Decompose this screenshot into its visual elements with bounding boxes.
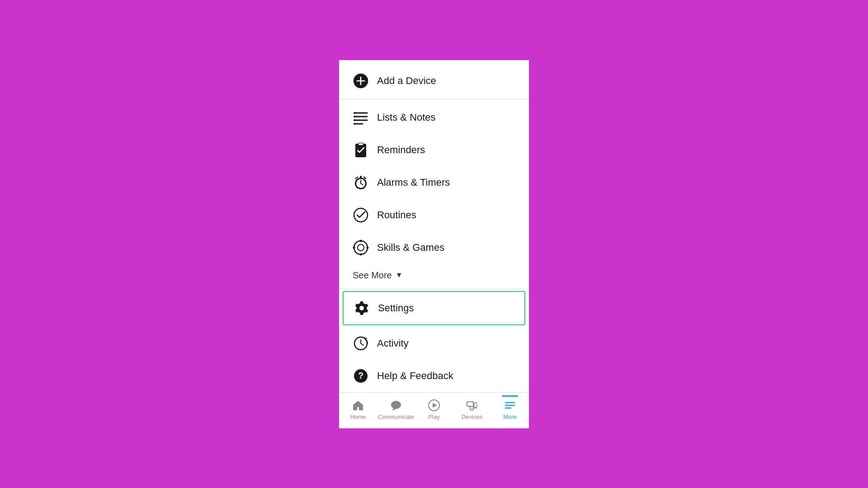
see-more-button[interactable]: See More ▼ xyxy=(339,264,529,287)
reminders-label: Reminders xyxy=(377,144,425,156)
svg-line-32 xyxy=(361,343,363,345)
nav-play-label: Play xyxy=(428,413,439,420)
svg-point-9 xyxy=(354,116,355,117)
svg-rect-14 xyxy=(359,143,363,145)
svg-point-23 xyxy=(354,241,368,254)
add-device-label: Add a Device xyxy=(377,75,436,87)
nav-communicate-label: Communicate xyxy=(378,413,414,420)
svg-point-10 xyxy=(354,119,355,121)
plus-circle-icon xyxy=(353,73,369,89)
nav-devices-label: Devices xyxy=(462,413,482,420)
svg-rect-38 xyxy=(467,402,473,406)
svg-point-24 xyxy=(358,244,364,251)
question-circle-icon: ? xyxy=(353,368,369,384)
svg-point-26 xyxy=(360,253,362,255)
svg-rect-39 xyxy=(470,406,473,410)
devices-icon xyxy=(466,399,478,412)
settings-label: Settings xyxy=(378,302,414,314)
menu-item-settings[interactable]: Settings xyxy=(343,291,525,325)
chevron-down-icon: ▼ xyxy=(396,271,403,279)
svg-point-11 xyxy=(354,123,355,125)
svg-marker-37 xyxy=(433,403,437,408)
see-more-label: See More xyxy=(353,270,392,281)
svg-line-20 xyxy=(364,177,366,178)
menu-item-alarms-timers[interactable]: Alarms & Timers xyxy=(339,166,529,199)
svg-point-25 xyxy=(360,239,362,242)
nav-item-play[interactable]: Play xyxy=(415,395,453,424)
nav-item-more[interactable]: More xyxy=(491,395,529,424)
svg-point-8 xyxy=(354,112,355,114)
menu-item-skills-games[interactable]: Skills & Games xyxy=(339,231,529,264)
speech-bubble-icon xyxy=(390,399,402,412)
menu-item-reminders[interactable]: Reminders xyxy=(339,134,529,166)
menu-lines-icon xyxy=(504,399,516,412)
svg-point-28 xyxy=(367,246,369,249)
app-container: Add a Device Lists & Notes xyxy=(339,60,529,428)
alarms-timers-label: Alarms & Timers xyxy=(377,177,450,188)
gear-icon xyxy=(354,300,370,316)
clipboard-check-icon xyxy=(353,142,369,158)
divider-after-add-device xyxy=(339,99,529,99)
play-circle-icon xyxy=(428,399,440,412)
svg-point-27 xyxy=(353,246,355,249)
alarm-icon xyxy=(353,174,369,191)
menu-item-help-feedback[interactable]: ? Help & Feedback xyxy=(339,360,529,392)
clock-refresh-icon xyxy=(353,335,369,352)
activity-label: Activity xyxy=(377,338,409,349)
svg-point-22 xyxy=(354,208,368,222)
skills-games-label: Skills & Games xyxy=(377,242,444,253)
svg-line-19 xyxy=(356,177,358,178)
skills-icon xyxy=(353,239,369,256)
nav-more-label: More xyxy=(503,413,517,420)
svg-text:?: ? xyxy=(358,371,363,380)
menu-item-add-device[interactable]: Add a Device xyxy=(339,65,529,97)
nav-home-label: Home xyxy=(350,413,366,420)
help-feedback-label: Help & Feedback xyxy=(377,370,453,382)
nav-item-communicate[interactable]: Communicate xyxy=(377,395,415,424)
nav-item-home[interactable]: Home xyxy=(339,395,377,424)
menu-item-routines[interactable]: Routines xyxy=(339,199,529,231)
bottom-nav: Home Communicate Play xyxy=(339,392,529,428)
menu-item-lists-notes[interactable]: Lists & Notes xyxy=(339,101,529,134)
svg-rect-41 xyxy=(474,403,477,407)
lists-notes-label: Lists & Notes xyxy=(377,112,436,123)
svg-point-29 xyxy=(359,306,364,310)
menu-list: Add a Device Lists & Notes xyxy=(339,60,529,392)
nav-item-devices[interactable]: Devices xyxy=(453,395,491,424)
list-icon xyxy=(353,109,369,126)
routines-icon xyxy=(353,207,369,223)
menu-item-activity[interactable]: Activity xyxy=(339,327,529,360)
routines-label: Routines xyxy=(377,209,416,221)
svg-rect-21 xyxy=(360,176,362,178)
home-icon xyxy=(352,399,364,412)
svg-point-35 xyxy=(391,401,401,409)
divider-before-settings xyxy=(339,289,529,289)
active-indicator xyxy=(502,395,518,397)
